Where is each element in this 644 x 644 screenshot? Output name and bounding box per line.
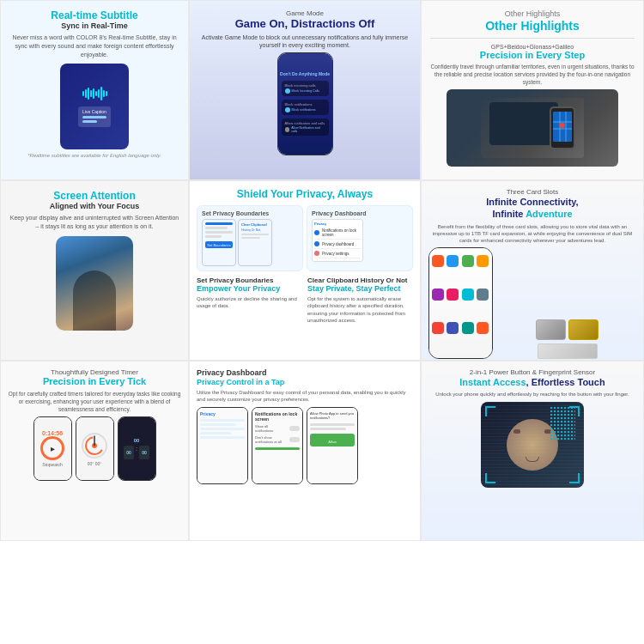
- toggle-dot-1: [285, 88, 290, 94]
- gps-description: Confidently travel through unfamiliar te…: [430, 63, 635, 86]
- priv-phone-1: Privacy: [197, 407, 248, 484]
- timer-dark-title: 00: [134, 438, 140, 443]
- sim-section: [498, 247, 636, 359]
- stay-title: Clear Clipboard History Or Not: [307, 276, 413, 284]
- power-title: Instant Access, Effortless Touch: [428, 376, 636, 388]
- svg-point-5: [560, 123, 565, 128]
- timer-phone-2: 00° 00°: [76, 416, 114, 481]
- car-dashboard: [489, 102, 558, 145]
- game-screen: Don't Do Anything Mode Block incoming ca…: [278, 53, 332, 155]
- priv-s1-l5: [200, 436, 245, 439]
- slots-screen: [429, 248, 492, 358]
- screen-phone-img: [56, 236, 133, 331]
- cell-timer: Thoughtfully Designed Timer Precision in…: [0, 361, 189, 541]
- slots-phone: [428, 247, 493, 359]
- power-label: 2-in-1 Power Button & Fingerprint Sensor: [428, 368, 636, 376]
- timer-phones: 0:14:56 ▶ Stopwatch 00° 00°: [8, 416, 181, 481]
- allow-button[interactable]: Allow: [310, 434, 355, 447]
- priv-s1-l3: [200, 428, 245, 430]
- wave-bar-10: [106, 91, 107, 96]
- slots-title: Infinite Connectivity, Infinite Adventur…: [428, 196, 636, 221]
- realtime-title: Real-time Subtitle: [9, 9, 179, 21]
- timer-dial-label: 00° 00°: [88, 461, 102, 466]
- privacy-card-2: Privacy Dashboard Privacy Notifications …: [307, 205, 413, 271]
- dash-title: Privacy: [314, 222, 361, 226]
- live-caption-label: Live Caption: [82, 109, 106, 114]
- main-grid: Real-time Subtitle Sync in Real-Time Nev…: [0, 0, 644, 644]
- p2-title: Clear Clipboard: [241, 222, 269, 227]
- toggle-dot-2: [285, 107, 290, 112]
- slots-title-adventure: Adventure: [526, 209, 572, 219]
- cell-three-card-slots: Three Card Slots Infinite Connectivity, …: [421, 180, 644, 361]
- realtime-description: Never miss a word with COLOR 8's Real-ti…: [9, 33, 179, 58]
- privacy-dashboard-desc: Utilize the Privacy Dashboard for easy c…: [197, 389, 413, 404]
- scan-corner-tl: [485, 406, 495, 416]
- caption-line-1: [82, 116, 106, 118]
- privacy-card-2-title: Privacy Dashboard: [312, 210, 408, 216]
- notif-block-2-toggle: Block notifications: [285, 107, 325, 112]
- dash-text-1: Notifications on lock screen: [322, 228, 361, 237]
- privacy-card-1-title: Set Privacy Boundaries: [202, 210, 298, 216]
- p1-line-2: [205, 227, 228, 229]
- realtime-note: *Realtime subtitles are available for En…: [9, 153, 179, 158]
- face-bg: [481, 402, 584, 488]
- wave-bar-7: [98, 89, 100, 98]
- sim-1: [536, 319, 566, 340]
- other-highlights-section: Other Highlights: [430, 9, 635, 18]
- game-label: Game Mode: [198, 9, 411, 17]
- cell-privacy-dashboard: Privacy Dashboard Privacy Control in a T…: [189, 361, 421, 541]
- slots-content: [428, 247, 636, 359]
- car-inner: [447, 89, 618, 167]
- timer-m: 00: [139, 446, 149, 459]
- app-3: [462, 255, 474, 267]
- notif-block-2: Block notifications Block notifications: [282, 100, 329, 115]
- notif-block-1: Block incoming calls Block Incoming Call…: [282, 81, 329, 96]
- timer-title: Precision in Every Tick: [8, 376, 181, 387]
- p2-line-2: [241, 237, 260, 239]
- p1-line-1: [205, 222, 233, 225]
- priv-screen-1: Privacy: [197, 408, 247, 483]
- divider: [430, 38, 635, 39]
- priv-s1-l4: [200, 432, 231, 434]
- p1-line-3: [205, 231, 233, 234]
- stay-desc: Opt for the system to automatically eras…: [307, 295, 413, 325]
- realtime-subtitle-text: Sync in Real-Time: [9, 21, 179, 30]
- priv-s1-title: Privacy: [200, 411, 245, 416]
- timer-circle: ▶: [40, 436, 64, 460]
- slots-title-span2: Infinite: [492, 209, 526, 219]
- other-highlights-title: Other Highlights: [430, 19, 635, 33]
- allow-button-text: Allow: [328, 440, 337, 444]
- timer-screen-2: 00° 00°: [76, 417, 113, 480]
- toggle-1-text: Show all notifications: [255, 424, 285, 433]
- power-description: Unlock your phone quickly and effortless…: [428, 391, 636, 398]
- wave-bar-2: [85, 89, 87, 98]
- slots-label: Three Card Slots: [428, 188, 636, 196]
- notif-block-2-title: Block notifications: [285, 102, 325, 106]
- app-4: [477, 255, 489, 267]
- priv-screen-2: Notifications on lock screen Show all no…: [252, 408, 302, 483]
- privacy-mini-phone-2: Clear Clipboard History Or Not: [238, 219, 272, 266]
- screen-phone: [56, 236, 133, 331]
- allow-l2: [310, 428, 346, 430]
- app-8: [477, 289, 489, 301]
- screen-attention-title: Screen Attention: [9, 190, 179, 202]
- privacy-bottom-row: Set Privacy Boundaries Empower Your Priv…: [197, 276, 413, 324]
- timer-phone-1: 0:14:56 ▶ Stopwatch: [33, 416, 72, 481]
- game-title: Game On, Distractions Off: [198, 17, 411, 31]
- priv-s1-l1: [200, 419, 245, 422]
- notif-1-label: Block Incoming Calls: [292, 89, 319, 93]
- timer-sep1: :: [136, 446, 137, 459]
- privacy-mini-phone-1: Set Boundaries: [202, 219, 236, 266]
- screen-attention-desc: Keep your display alive and uninterrupte…: [9, 214, 179, 231]
- empower-title: Set Privacy Boundaries: [197, 276, 302, 284]
- dial-svg: [81, 432, 108, 459]
- caption-line-2: [82, 120, 97, 123]
- dash-dot-2: [314, 241, 319, 246]
- privacy-card-1: Set Privacy Boundaries Set Boundaries Cl…: [197, 205, 303, 271]
- privacy-dashboard-title: Privacy Dashboard: [197, 368, 413, 377]
- car-image: [447, 89, 618, 167]
- notif-2-label: Block notifications: [292, 108, 316, 112]
- toggle-2-switch: [289, 437, 300, 442]
- cell-realtime-subtitle: Real-time Subtitle Sync in Real-Time Nev…: [0, 0, 189, 180]
- map-svg: [553, 112, 572, 142]
